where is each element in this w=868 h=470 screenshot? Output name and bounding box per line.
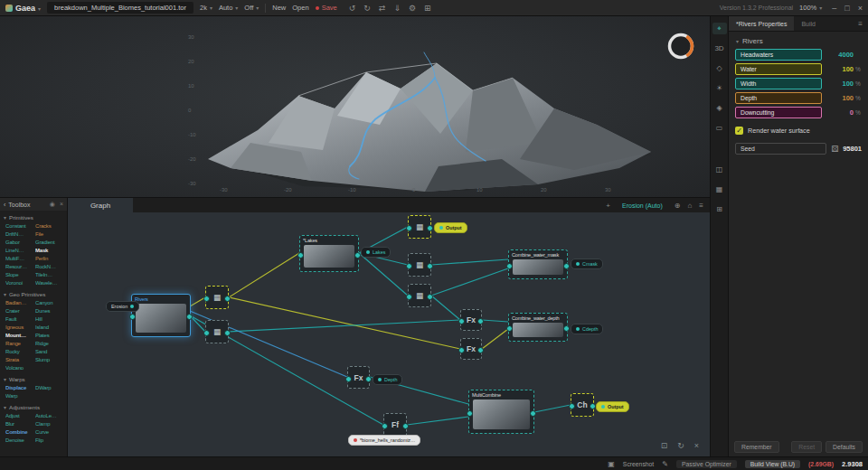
output-port[interactable]	[427, 263, 433, 269]
graph-pill[interactable]: Depth	[373, 374, 402, 385]
graph-pill[interactable]: *biome_hells_randomiz…	[348, 435, 420, 446]
toolbox-item[interactable]: Slope	[5, 271, 35, 279]
graph-canvas[interactable]: ⊡↻× Rivers▦▦*Lakes▦▦▦Combine_water_maskF…	[68, 212, 710, 457]
toolbox-item[interactable]: Canyon	[35, 299, 65, 307]
toolbox-item[interactable]: Hill	[35, 315, 65, 324]
measure-icon[interactable]: ▭	[712, 122, 727, 134]
download-icon[interactable]: ⇓	[393, 4, 401, 13]
graph-node-ch[interactable]: Ch	[571, 393, 594, 417]
toolbox-item[interactable]: Cracks	[35, 222, 65, 230]
file-tab[interactable]: breakdown_Multiple_Biomes_tutorial001.to…	[47, 2, 193, 14]
toolbox-item[interactable]: Slump	[35, 356, 65, 364]
view-3d-icon[interactable]: 3D	[712, 42, 727, 54]
property-slider-depth[interactable]: Depth	[735, 92, 822, 104]
toolbox-item[interactable]: Voronoi	[5, 279, 35, 287]
lighting-icon[interactable]: ☀	[712, 82, 727, 94]
toolbox-item[interactable]: LineN…	[5, 247, 35, 255]
graph-node-combine-water-depth[interactable]: Combine_water_depth	[508, 313, 568, 342]
erosion-mode-label[interactable]: Erosion (Auto)	[622, 202, 663, 209]
toolbox-item[interactable]: Rocky	[5, 348, 35, 356]
add-node-icon[interactable]: +	[606, 202, 610, 210]
home-icon[interactable]: ⌂	[687, 202, 692, 210]
autosave-dropdown[interactable]: Off	[244, 4, 259, 12]
output-port[interactable]	[563, 263, 570, 269]
toolbox-item[interactable]: Range	[5, 340, 35, 348]
minimize-icon[interactable]: –	[832, 4, 836, 13]
property-slider-downcutting[interactable]: Downcutting	[735, 107, 822, 118]
tab-rivers-properties[interactable]: *Rivers Properties	[729, 16, 794, 31]
output-port[interactable]	[354, 252, 361, 258]
input-port[interactable]	[569, 403, 575, 409]
toolbox-item[interactable]: Resour…	[5, 263, 35, 271]
open-button[interactable]: Open	[292, 4, 308, 12]
toolbox-item[interactable]: Gabor	[5, 239, 35, 247]
settings-icon[interactable]: ⚙	[409, 4, 416, 13]
panel-menu-icon[interactable]: ≡	[853, 16, 868, 31]
toolbox-item[interactable]: Mask	[35, 247, 65, 255]
quad-view-icon[interactable]: ⊞	[712, 203, 727, 215]
graph-node-fx2[interactable]: Fx	[460, 338, 482, 360]
save-button[interactable]: Save	[316, 4, 337, 12]
toolbox-item[interactable]: Mount…	[5, 332, 35, 340]
property-value[interactable]: 0	[850, 108, 854, 117]
toolbox-item[interactable]: Sand	[35, 348, 65, 356]
undo-icon[interactable]: ↺	[349, 4, 356, 13]
toolbox-item[interactable]: File	[35, 230, 65, 239]
graph-pill[interactable]: Output	[596, 401, 629, 412]
compass-widget[interactable]	[665, 31, 696, 61]
new-button[interactable]: New	[272, 4, 286, 12]
property-slider-width[interactable]: Width	[735, 78, 822, 89]
input-port[interactable]	[129, 314, 136, 320]
toolbox-item[interactable]: Wavele…	[35, 279, 65, 287]
toolbox-section-warps[interactable]: Warps	[0, 372, 67, 384]
input-port[interactable]	[406, 263, 412, 269]
menu-icon[interactable]: ≡	[699, 202, 703, 210]
input-port[interactable]	[467, 410, 473, 417]
graph-node-combine-water-mask[interactable]: Combine_water_mask	[508, 249, 568, 279]
build-mode-dropdown[interactable]: Auto	[219, 4, 238, 12]
graph-node-multicombine[interactable]: MultiCombine	[468, 390, 534, 434]
output-port[interactable]	[530, 410, 536, 417]
property-value[interactable]: 100	[842, 65, 854, 73]
toolbox-section-adjustments[interactable]: Adjustments	[0, 400, 67, 412]
output-port[interactable]	[477, 347, 484, 353]
input-port[interactable]	[297, 252, 304, 258]
app-menu[interactable]: Gaea	[5, 4, 41, 13]
graph-node-out-a[interactable]: ▦	[408, 215, 431, 239]
single-view-icon[interactable]: ◫	[712, 164, 727, 175]
tab-build[interactable]: Build	[794, 16, 823, 31]
graph-pill[interactable]: Output	[434, 222, 467, 233]
toolbox-item[interactable]: Plates	[35, 332, 65, 340]
toolbox-item[interactable]: Ridge	[35, 340, 65, 348]
graph-node-out-c[interactable]: ▦	[408, 284, 431, 307]
apps-icon[interactable]: ⊞	[424, 4, 431, 13]
graph-node-out-b[interactable]: ▦	[408, 253, 431, 277]
graph-node-fx1[interactable]: Fx	[460, 309, 482, 331]
seed-value[interactable]: 95801	[843, 145, 862, 153]
input-port[interactable]	[203, 330, 210, 336]
output-port[interactable]	[186, 314, 193, 320]
graph-node-fx3[interactable]: Fx	[347, 366, 370, 389]
graph-node-rivers[interactable]: Rivers	[131, 294, 191, 337]
grid-view-icon[interactable]: ▦	[712, 183, 727, 195]
graph-pill[interactable]: Lakes	[361, 247, 391, 258]
annotate-icon[interactable]: ✎	[662, 460, 668, 468]
graph-pill[interactable]: Erosion	[106, 301, 139, 312]
maximize-icon[interactable]: □	[844, 4, 849, 13]
toolbox-item[interactable]: Perlin	[35, 255, 65, 263]
viewport-3d[interactable]: 3020100-10-20-30 -30-20-100102030	[0, 16, 710, 197]
property-slider-water[interactable]: Water	[735, 63, 822, 75]
input-port[interactable]	[506, 263, 513, 269]
input-port[interactable]	[406, 294, 412, 300]
output-port[interactable]	[427, 294, 433, 300]
input-port[interactable]	[458, 318, 465, 324]
toolbox-item[interactable]: Volcano	[5, 364, 35, 372]
output-port[interactable]	[365, 376, 372, 382]
toolbox-item[interactable]: Dunes	[35, 307, 65, 315]
input-port[interactable]	[406, 225, 412, 231]
input-port[interactable]	[458, 347, 465, 353]
output-port[interactable]	[590, 403, 596, 409]
property-value[interactable]: 4000	[838, 51, 854, 59]
render-water-checkbox[interactable]: Render water surface	[735, 127, 862, 135]
toolbox-item[interactable]: AutoLe…	[35, 412, 65, 420]
